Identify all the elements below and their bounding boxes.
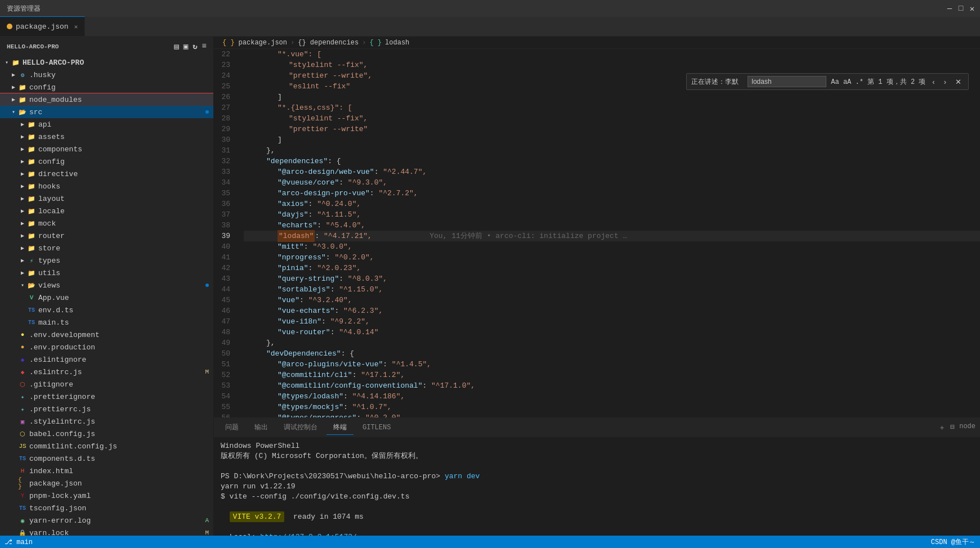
add-terminal-btn[interactable]: ＋ [938, 423, 946, 433]
tab-gitlens[interactable]: GITLENS [356, 421, 397, 434]
sidebar-item-pnpm-lock[interactable]: Y pnpm-lock.yaml [0, 489, 213, 502]
find-next-btn[interactable]: › [942, 77, 948, 87]
sidebar-item-router[interactable]: ▶ 📁 router [0, 230, 213, 242]
sidebar-item-assets[interactable]: ▶ 📁 assets [0, 131, 213, 143]
code-line: "@types/nprogress": "^0.2.0", [244, 412, 980, 417]
tab-terminal[interactable]: 终端 [326, 420, 353, 435]
sidebar-item-stylelintrc[interactable]: ▣ .stylelintrc.js [0, 415, 213, 428]
sidebar-item-main-ts[interactable]: TS main.ts [0, 316, 213, 329]
sidebar-item-node-modules[interactable]: ▶ 📁 node_modules [0, 93, 213, 106]
sidebar-item-env-dev[interactable]: ● .env.development [0, 329, 213, 341]
item-label: assets [38, 133, 213, 141]
sidebar-item-store[interactable]: ▶ 📁 store [0, 242, 213, 254]
sidebar-item-root[interactable]: ▾ 📁 HELLO-ARCO-PRO [0, 56, 213, 69]
sidebar-item-views[interactable]: ▾ 📂 views [0, 279, 213, 291]
sidebar-item-env-prod[interactable]: ● .env.production [0, 341, 213, 353]
sidebar-item-commitlint[interactable]: JS commitlint.config.js [0, 440, 213, 452]
sidebar-item-mock[interactable]: ▶ 📁 mock [0, 217, 213, 230]
item-label: router [38, 232, 213, 240]
code-line: "vue-router": "^4.0.14" [244, 327, 980, 338]
code-line: ] [244, 134, 980, 145]
chevron-icon: ▶ [18, 257, 27, 264]
code-content[interactable]: "*.vue": [ "stylelint --fix", "prettier … [239, 49, 980, 417]
item-label: hooks [38, 182, 213, 191]
sidebar-item-layout[interactable]: ▶ 📁 layout [0, 192, 213, 205]
sidebar-item-eslintignore[interactable]: ◆ .eslintignore [0, 353, 213, 366]
code-line: "vue-echarts": "^6.2.3", [244, 306, 980, 316]
maximize-btn[interactable]: □ [957, 5, 964, 12]
bc-package-json[interactable]: package.json [239, 39, 287, 47]
sidebar-item-husky[interactable]: ▶ ⚙ .husky [0, 69, 213, 81]
sidebar-item-src[interactable]: ▾ 📂 src [0, 106, 213, 118]
code-line: "sortablejs": "^1.15.0", [244, 284, 980, 295]
item-label: .prettierignore [29, 393, 213, 401]
new-file-icon[interactable]: ▤ [174, 42, 178, 51]
item-label: .prettierrc.js [29, 405, 213, 414]
sidebar: HELLO-ARCO-PRO ▤ ▣ ↻ ≡ ▾ 📁 HELLO-ARCO-PR… [0, 37, 214, 536]
sidebar-item-directive[interactable]: ▶ 📁 directive [0, 168, 213, 180]
split-terminal-btn[interactable]: ⊟ [950, 423, 955, 433]
sidebar-item-gitignore[interactable]: ⬡ .gitignore [0, 378, 213, 390]
item-label: directive [38, 170, 213, 178]
minimize-btn[interactable]: — [946, 5, 953, 12]
code-editor: 2223242526 2728293031 3233343536 3738394… [214, 49, 980, 417]
find-close-btn[interactable]: ✕ [953, 77, 964, 87]
sidebar-item-yarn-error[interactable]: ◉ yarn-error.log A [0, 514, 213, 527]
item-label: App.vue [38, 294, 213, 302]
sidebar-item-utils[interactable]: ▶ 📁 utils [0, 267, 213, 279]
find-input[interactable] [748, 76, 826, 87]
terminal-content[interactable]: Windows PowerShell 版权所有 (C) Microsoft Co… [214, 438, 980, 536]
chevron-icon: ▶ [9, 71, 18, 78]
sidebar-item-eslintrc[interactable]: ◆ .eslintrc.js M [0, 366, 213, 378]
tab-debug[interactable]: 调试控制台 [277, 420, 324, 435]
sidebar-item-package-json[interactable]: { } package.json [0, 477, 213, 489]
chevron-icon: ▶ [9, 84, 18, 91]
tab-close-btn[interactable]: ✕ [74, 23, 78, 30]
sidebar-item-index-html[interactable]: H index.html [0, 465, 213, 477]
sidebar-item-app-vue[interactable]: V App.vue [0, 291, 213, 304]
folder-icon: 📁 [18, 95, 27, 104]
item-label: layout [38, 195, 213, 203]
find-prev-btn[interactable]: ‹ [930, 77, 937, 87]
sidebar-item-config[interactable]: ▶ 📁 config [0, 81, 213, 93]
refresh-icon[interactable]: ↻ [193, 42, 197, 51]
new-folder-icon[interactable]: ▣ [184, 42, 188, 51]
chevron-icon: ▶ [18, 183, 27, 190]
close-btn[interactable]: ✕ [969, 5, 975, 12]
sidebar-item-yarn-lock[interactable]: 🔒 yarn.lock M [0, 527, 213, 536]
chevron-icon: ▶ [18, 146, 27, 152]
sidebar-item-prettierrc[interactable]: ✦ .prettierrc.js [0, 403, 213, 415]
folder-icon: 📁 [27, 219, 36, 228]
bc-lodash[interactable]: lodash [385, 39, 409, 47]
chevron-icon: ▶ [18, 170, 27, 177]
tab-shuchu[interactable]: 输出 [248, 420, 275, 435]
sidebar-item-hooks[interactable]: ▶ 📁 hooks [0, 180, 213, 192]
tab-wenti[interactable]: 问题 [218, 420, 245, 435]
modified-badge: M [205, 369, 209, 375]
item-label: yarn.lock [29, 529, 205, 536]
sidebar-item-api[interactable]: ▶ 📁 api [0, 118, 213, 131]
sidebar-item-config2[interactable]: ▶ 📁 config [0, 155, 213, 168]
sidebar-item-types[interactable]: ▶ ⚡ types [0, 254, 213, 267]
sidebar-item-components-dts[interactable]: TS components.d.ts [0, 452, 213, 465]
folder-icon: 📁 [27, 194, 36, 203]
sidebar-item-locale[interactable]: ▶ 📁 locale [0, 205, 213, 217]
collapse-icon[interactable]: ≡ [202, 42, 207, 51]
code-line: "prettier --write" [244, 124, 980, 134]
item-label: tsconfig.json [29, 504, 213, 513]
sidebar-item-tsconfig[interactable]: TS tsconfig.json [0, 502, 213, 514]
sidebar-item-components[interactable]: ▶ 📁 components [0, 143, 213, 155]
code-line: "@commitlint/cli": "^17.1.2", [244, 370, 980, 380]
item-label: .husky [29, 71, 213, 79]
bc-dependencies[interactable]: {} dependencies [298, 39, 359, 47]
tab-package-json[interactable]: package.json ✕ [0, 16, 85, 36]
sidebar-item-prettierignore[interactable]: ✦ .prettierignore [0, 390, 213, 403]
sidebar-item-babel[interactable]: ⬡ babel.config.js [0, 428, 213, 440]
panel-actions: ＋ ⊟ node [938, 423, 975, 433]
env-icon: ● [18, 343, 27, 352]
code-line: ] [244, 92, 980, 102]
code-line: "@arco-plugins/vite-vue": "^1.4.5", [244, 359, 980, 370]
item-label: api [38, 120, 213, 129]
sidebar-item-env-d-ts[interactable]: TS env.d.ts [0, 304, 213, 316]
code-line: }, [244, 338, 980, 348]
